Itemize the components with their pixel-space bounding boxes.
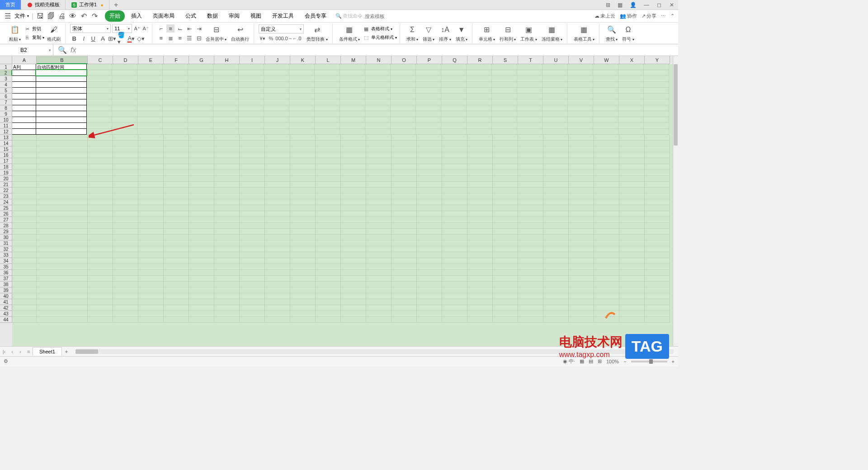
cell-H32[interactable] [214, 246, 240, 252]
cell-R20[interactable] [467, 176, 493, 182]
cell-A38[interactable] [12, 282, 37, 287]
cell-N22[interactable] [366, 188, 392, 193]
cell-A11[interactable] [12, 122, 36, 129]
cell-V9[interactable] [568, 111, 593, 117]
cell-F33[interactable] [164, 252, 189, 258]
cell-F6[interactable] [163, 94, 188, 99]
cell-X35[interactable] [619, 264, 645, 270]
cell-S11[interactable] [492, 123, 517, 129]
cell-V20[interactable] [569, 176, 594, 182]
cell-G22[interactable] [189, 188, 214, 193]
cell-E22[interactable] [138, 188, 164, 193]
cell-B13[interactable] [37, 135, 88, 141]
cell-V31[interactable] [569, 240, 594, 246]
cell-M2[interactable] [340, 70, 365, 76]
cell-U35[interactable] [543, 264, 569, 270]
cell-M41[interactable] [341, 299, 366, 305]
cell-M31[interactable] [341, 240, 366, 246]
cell-I2[interactable] [239, 70, 264, 76]
cell-K1[interactable] [289, 64, 315, 70]
cell-T43[interactable] [518, 311, 543, 317]
cell-L35[interactable] [316, 264, 341, 270]
cell-X3[interactable] [618, 76, 644, 82]
cell-S40[interactable] [493, 293, 518, 299]
cell-W38[interactable] [594, 282, 619, 287]
font-color-icon[interactable]: A▾ [127, 34, 135, 42]
cell-A41[interactable] [12, 299, 37, 305]
cell-A39[interactable] [12, 287, 37, 293]
cell-P1[interactable] [416, 64, 441, 70]
cell-Y26[interactable] [645, 211, 670, 217]
cell-C20[interactable] [88, 176, 113, 182]
cell-Y32[interactable] [645, 246, 670, 252]
cell-E27[interactable] [138, 217, 164, 223]
cell-P38[interactable] [417, 282, 442, 287]
col-header-F[interactable]: F [164, 56, 189, 64]
cell-R28[interactable] [467, 223, 493, 229]
cell-P5[interactable] [416, 88, 441, 94]
cell-K4[interactable] [289, 82, 315, 88]
cell-O2[interactable] [391, 70, 416, 76]
cell-F35[interactable] [164, 264, 189, 270]
cell-E2[interactable] [137, 70, 163, 76]
cell-U19[interactable] [543, 170, 569, 176]
cell-H22[interactable] [214, 188, 240, 193]
cell-J44[interactable] [265, 317, 290, 323]
cell-O43[interactable] [392, 311, 417, 317]
cell-A5[interactable] [12, 87, 36, 94]
cell-T8[interactable] [517, 105, 542, 111]
cell-S13[interactable] [493, 135, 518, 141]
cell-E4[interactable] [137, 82, 163, 88]
tab-view[interactable]: 视图 [246, 10, 266, 22]
cell-P16[interactable] [417, 152, 442, 158]
cell-M20[interactable] [341, 176, 366, 182]
col-header-X[interactable]: X [619, 56, 645, 64]
cell-R34[interactable] [467, 258, 493, 264]
cell-C5[interactable] [87, 88, 112, 94]
cell-R22[interactable] [467, 188, 493, 193]
cell-S24[interactable] [493, 199, 518, 205]
cell-G40[interactable] [189, 293, 214, 299]
namebox-dropdown-icon[interactable]: ▾ [47, 48, 53, 52]
cut-button[interactable]: ✂剪切 [24, 25, 44, 33]
cell-E44[interactable] [138, 317, 164, 323]
cell-E40[interactable] [138, 293, 164, 299]
cell-H23[interactable] [214, 193, 240, 199]
cell-Y30[interactable] [645, 235, 670, 240]
cell-B27[interactable] [37, 217, 88, 223]
cell-V3[interactable] [568, 76, 593, 82]
row-header-22[interactable]: 22 [0, 188, 12, 193]
cell-G34[interactable] [189, 258, 214, 264]
cell-T39[interactable] [518, 287, 543, 293]
cell-L25[interactable] [316, 205, 341, 211]
cell-H1[interactable] [213, 64, 239, 70]
cell-U31[interactable] [543, 240, 569, 246]
cell-A20[interactable] [12, 176, 37, 182]
cell-S9[interactable] [492, 111, 517, 117]
cell-O39[interactable] [392, 287, 417, 293]
currency-icon[interactable]: ¥▾ [259, 35, 266, 42]
cell-M11[interactable] [340, 123, 365, 129]
cell-A22[interactable] [12, 188, 37, 193]
cell-R25[interactable] [467, 205, 493, 211]
cell-M15[interactable] [341, 146, 366, 152]
col-header-P[interactable]: P [417, 56, 442, 64]
cell-W2[interactable] [593, 70, 618, 76]
distribute-icon[interactable]: ⊟ [195, 34, 203, 42]
cell-I33[interactable] [240, 252, 265, 258]
cell-D33[interactable] [113, 252, 138, 258]
align-bottom-icon[interactable]: ⌙ [176, 24, 184, 33]
cell-W36[interactable] [594, 270, 619, 276]
cell-L28[interactable] [316, 223, 341, 229]
cell-D14[interactable] [113, 141, 138, 146]
cell-S43[interactable] [493, 311, 518, 317]
cell-S34[interactable] [493, 258, 518, 264]
cell-D7[interactable] [112, 99, 137, 105]
cell-G44[interactable] [189, 317, 214, 323]
italic-icon[interactable]: I [80, 34, 88, 42]
cell-S6[interactable] [492, 94, 517, 99]
cell-E19[interactable] [138, 170, 164, 176]
cell-N36[interactable] [366, 270, 392, 276]
cell-W16[interactable] [594, 152, 619, 158]
font-name-combo[interactable]: 宋体 [70, 24, 111, 33]
